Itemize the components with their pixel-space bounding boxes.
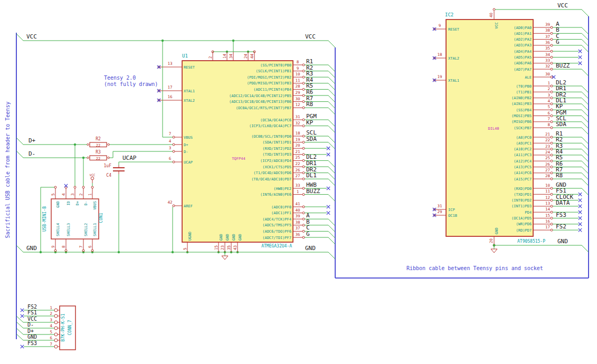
pin-end <box>551 127 553 129</box>
bus-entry <box>328 179 335 186</box>
pin-number: 39 <box>545 22 550 27</box>
pin-end <box>551 109 553 111</box>
pin-name: GND <box>232 234 236 241</box>
pin-end <box>302 64 305 66</box>
pin-number: 34 <box>229 53 233 59</box>
pin-end <box>54 314 58 318</box>
bus-entry <box>582 110 589 117</box>
pin-name: (ADC5/TMS)PF5 <box>262 223 291 227</box>
conn7-ref: CONN_7 <box>68 320 72 335</box>
bus-entry <box>328 219 335 226</box>
pin-end <box>551 44 553 46</box>
pin-end <box>302 236 305 238</box>
bus-entry <box>328 65 335 72</box>
pin-number: 3 <box>50 318 52 322</box>
pin-number: 6 <box>169 156 172 161</box>
pin-end <box>551 91 553 93</box>
pin-end <box>551 223 553 225</box>
pin-end <box>551 148 553 150</box>
net-label-vcc: VCC <box>26 33 37 40</box>
pin-end <box>551 85 553 87</box>
pin-end <box>173 143 175 146</box>
bus-entry <box>328 160 335 167</box>
bus-entry <box>16 322 23 328</box>
pin-number: 19 <box>437 74 442 79</box>
pin-name: (AD2)PA2 <box>514 37 532 42</box>
ic2-ref: IC2 <box>445 12 453 17</box>
bus-entry <box>16 334 23 340</box>
pin-number: 6 <box>547 111 550 116</box>
pin-name: GND <box>219 234 223 241</box>
pin-name: D+ <box>184 143 188 147</box>
pin-number: 2 <box>547 87 550 91</box>
pin-end <box>302 230 305 232</box>
pin-end <box>551 229 553 231</box>
pin-name: (PDO/MISO/PCINT3)PB3 <box>247 81 291 85</box>
pin-name: SHELL2 <box>84 223 88 236</box>
bus-entry <box>582 155 589 162</box>
pin-end <box>173 150 175 152</box>
pin-end <box>551 62 553 64</box>
pin-name: GND <box>225 234 230 241</box>
pin-number: 36 <box>295 232 300 237</box>
pin-end <box>74 186 76 188</box>
pin-name: ALE <box>525 75 532 80</box>
pin-number: 5 <box>547 104 550 109</box>
pin-number: 42 <box>167 200 172 205</box>
pin-name: (AD6)PA6 <box>514 61 532 65</box>
pin-number: 27 <box>545 168 550 173</box>
pin-name: RESET <box>184 65 195 70</box>
net-label: R8 <box>556 172 563 179</box>
pin-number: 31 <box>295 114 300 119</box>
pin-name: (T1/OC4D/ADC9)PD6 <box>253 171 291 175</box>
pin-name: (SCK)PB7 <box>514 126 532 130</box>
pin-name: UCAP <box>184 160 193 165</box>
bus-entry <box>582 173 589 180</box>
pin-number: 14 <box>545 207 551 212</box>
pin-end <box>302 76 305 78</box>
pin-number: 20 <box>295 143 300 148</box>
pin-number: 28 <box>545 174 551 178</box>
teensy-note-line1: Teensy 2.0 <box>104 75 158 81</box>
pin-number: 28 <box>295 84 300 89</box>
pin-name: (A8)PC0 <box>516 136 532 140</box>
pin-end <box>551 39 553 41</box>
bus-entry <box>582 137 589 144</box>
pin-name: (AD7)PA7 <box>514 68 532 72</box>
bus-entry <box>582 45 589 52</box>
pin-name: VBUS <box>184 136 193 140</box>
pin-number: 8 <box>61 245 66 248</box>
pin-end <box>302 147 305 149</box>
net-label-vcc: VCC <box>557 2 568 9</box>
pin-end <box>302 212 305 214</box>
u1-part: ATMEGA32U4-A <box>261 244 292 248</box>
net-label: G <box>306 231 310 237</box>
pin-name: (TXD)PD1 <box>514 193 532 197</box>
pin-name: (ADC4/TCK)PF4 <box>262 217 291 222</box>
bus-entry <box>582 188 589 195</box>
bus-entry <box>582 33 589 40</box>
pin-number: 1 <box>547 81 550 85</box>
pin-name: (T0)PB0 <box>516 84 532 89</box>
pin-end <box>87 143 89 145</box>
pin-number: 10 <box>545 183 551 188</box>
bus-entry <box>582 104 589 111</box>
pin-end <box>551 160 553 162</box>
pin-number: 27 <box>295 174 300 178</box>
pin-name: (ADC1)PF1 <box>271 211 291 215</box>
net-label: G <box>556 39 560 45</box>
pin-number: 12 <box>545 195 550 200</box>
pin-name: GND <box>238 234 242 241</box>
pin-end <box>54 327 58 330</box>
pin-number: 26 <box>295 168 300 173</box>
pin-name: (HWB)PE2 <box>273 187 291 191</box>
pin-name: D+ <box>75 201 80 205</box>
pin-name: (ICP3/CLK0/OC4A)PC7 <box>249 124 291 128</box>
pin-number: 25 <box>295 155 300 160</box>
pin-name: PD4 <box>525 210 532 215</box>
pin-end <box>551 56 553 59</box>
teensy-note-line2: (not fully drawn) <box>104 81 158 88</box>
net-label: BUZZ <box>556 62 570 69</box>
bus-entry <box>328 225 335 232</box>
bus-entry <box>582 143 589 150</box>
